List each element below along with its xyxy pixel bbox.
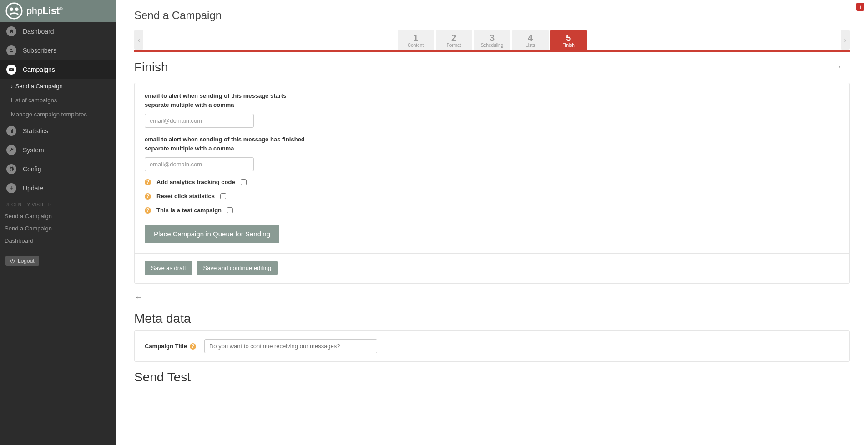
sidebar-sub-label: Send a Campaign [15, 83, 63, 90]
sidebar-item-campaigns[interactable]: Campaigns [0, 60, 116, 79]
meta-row: Campaign Title ? [145, 339, 839, 353]
place-in-queue-button[interactable]: Place Campaign in Queue for Sending [145, 225, 279, 243]
power-icon [10, 259, 15, 264]
help-icon[interactable]: ? [145, 207, 151, 214]
analytics-label: Add analytics tracking code [156, 179, 235, 185]
plus-icon [6, 183, 16, 193]
sidebar-sub-send-campaign[interactable]: › Send a Campaign [0, 79, 116, 93]
wizard-tab-number: 4 [512, 33, 549, 43]
end-alert-input[interactable] [145, 157, 254, 171]
reset-label: Reset click statistics [156, 193, 215, 200]
recently-visited-heading: RECENTLY VISITED [0, 198, 116, 210]
logout-button[interactable]: Logout [5, 256, 39, 266]
campaign-title-label: Campaign Title ? [145, 343, 196, 350]
home-icon [6, 26, 16, 36]
gear-icon [6, 164, 16, 174]
help-icon[interactable]: ? [145, 179, 151, 185]
end-alert-label-1: email to alert when sending of this mess… [145, 135, 839, 144]
sidebar: phpList® Dashboard Subscribers Campaigns… [0, 0, 116, 445]
svg-rect-6 [11, 130, 12, 133]
svg-point-1 [10, 7, 14, 11]
wizard-next-button[interactable]: › [841, 30, 850, 50]
sidebar-item-label: Dashboard [23, 28, 54, 35]
wizard-tab-lists[interactable]: 4 Lists [512, 30, 549, 50]
sidebar-item-dashboard[interactable]: Dashboard [0, 22, 116, 41]
campaign-title-input[interactable] [204, 339, 377, 353]
analytics-row: ? Add analytics tracking code [145, 179, 839, 185]
test-row: ? This is a test campaign [145, 207, 839, 214]
envelope-icon [6, 65, 16, 75]
wizard-tab-label: Lists [512, 43, 549, 48]
end-alert-label-2: separate multiple with a comma [145, 144, 839, 153]
wizard-tab-label: Finish [550, 43, 587, 48]
back-link-row: ← [134, 292, 850, 302]
start-alert-label-1: email to alert when sending of this mess… [145, 91, 839, 100]
recent-item[interactable]: Send a Campaign [0, 210, 116, 222]
sidebar-item-system[interactable]: System [0, 140, 116, 160]
svg-rect-7 [12, 129, 13, 133]
save-draft-button[interactable]: Save as draft [145, 261, 192, 275]
wizard-tabs: ‹ 1 Content 2 Format 3 Scheduling 4 List… [134, 30, 850, 50]
wizard-tab-finish[interactable]: 5 Finish [550, 30, 587, 50]
sidebar-item-label: System [23, 146, 44, 154]
test-checkbox[interactable] [227, 207, 233, 213]
logout-label: Logout [18, 258, 35, 264]
send-test-heading: Send Test [134, 370, 850, 385]
sidebar-sub-manage-templates[interactable]: Manage campaign templates [0, 107, 116, 121]
wizard-tab-content[interactable]: 1 Content [398, 30, 434, 50]
phplist-logo-icon [5, 2, 23, 20]
main-content: Send a Campaign ‹ 1 Content 2 Format 3 S… [116, 0, 868, 445]
finish-header-row: Finish ← [134, 54, 850, 79]
sidebar-item-update[interactable]: Update [0, 179, 116, 198]
wizard-tab-label: Format [436, 43, 472, 48]
sidebar-item-label: Update [23, 185, 43, 192]
back-arrow-bottom[interactable]: ← [134, 290, 147, 304]
sidebar-item-label: Config [23, 165, 41, 173]
save-continue-button[interactable]: Save and continue editing [197, 261, 278, 275]
logo[interactable]: phpList® [5, 2, 62, 20]
analytics-checkbox[interactable] [241, 179, 247, 185]
page-title: Send a Campaign [134, 9, 850, 22]
wizard-tab-format[interactable]: 2 Format [436, 30, 472, 50]
recent-item[interactable]: Send a Campaign [0, 222, 116, 235]
meta-heading: Meta data [134, 311, 850, 326]
test-label: This is a test campaign [156, 207, 222, 214]
help-icon[interactable]: ? [190, 343, 196, 350]
chevron-right-icon: › [11, 84, 13, 89]
sidebar-item-statistics[interactable]: Statistics [0, 121, 116, 140]
logo-text: phpList® [26, 5, 62, 17]
sidebar-header: phpList® [0, 0, 116, 22]
help-icon[interactable]: ? [145, 193, 151, 200]
sidebar-sub-label: List of campaigns [11, 97, 57, 104]
start-alert-label-2: separate multiple with a comma [145, 100, 839, 110]
sidebar-item-label: Statistics [23, 127, 48, 135]
wizard-tab-label: Scheduling [474, 43, 510, 48]
sidebar-item-label: Subscribers [23, 47, 56, 54]
start-alert-input[interactable] [145, 114, 254, 128]
sidebar-sub-label: Manage campaign templates [11, 111, 87, 118]
back-arrow-top[interactable]: ← [833, 60, 850, 74]
wizard-tab-scheduling[interactable]: 3 Scheduling [474, 30, 510, 50]
sidebar-item-label: Campaigns [23, 66, 55, 73]
user-icon [6, 45, 16, 55]
finish-panel: email to alert when sending of this mess… [134, 83, 850, 284]
wizard-prev-button[interactable]: ‹ [134, 30, 143, 50]
sidebar-item-subscribers[interactable]: Subscribers [0, 41, 116, 60]
campaign-title-text: Campaign Title [145, 343, 187, 350]
reset-checkbox[interactable] [220, 193, 226, 199]
chart-icon [6, 126, 16, 136]
svg-point-3 [10, 49, 12, 50]
sidebar-sub-list-campaigns[interactable]: List of campaigns [0, 93, 116, 107]
wizard-underline [134, 50, 850, 52]
wizard-tab-number: 2 [436, 33, 472, 43]
svg-point-0 [6, 3, 22, 19]
svg-rect-5 [10, 131, 10, 133]
sidebar-item-config[interactable]: Config [0, 160, 116, 179]
recent-item[interactable]: Dashboard [0, 235, 116, 247]
meta-panel: Campaign Title ? [134, 330, 850, 362]
wizard-tab-number: 1 [398, 33, 434, 43]
wizard-tab-label: Content [398, 43, 434, 48]
finish-heading: Finish [134, 60, 168, 75]
wrench-icon [6, 145, 16, 155]
wizard-tab-number: 3 [474, 33, 510, 43]
